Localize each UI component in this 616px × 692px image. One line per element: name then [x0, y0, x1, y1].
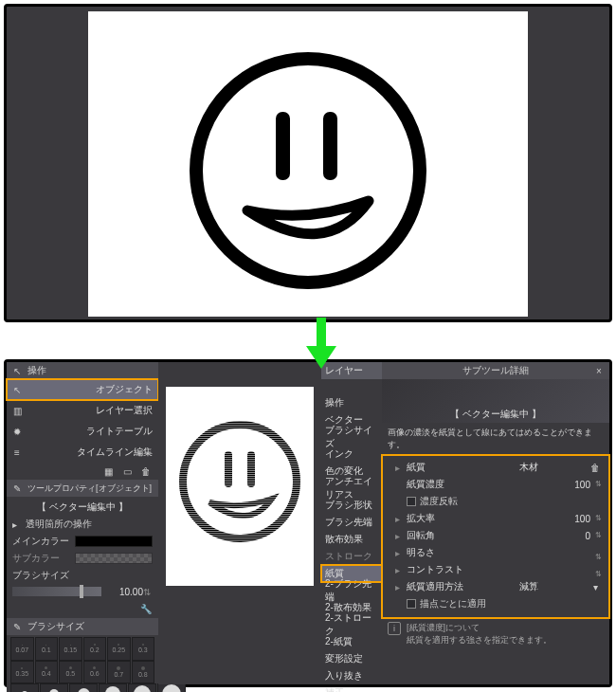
tool-object-label: オブジェクト — [96, 383, 153, 396]
main-color-swatch[interactable] — [75, 536, 153, 547]
brush-size-cell[interactable]: 1 — [10, 683, 39, 692]
subtool-detail-panel: サブツール詳細 × 【 ベクター編集中 】 画像の濃淡を紙質として線にあてはめる… — [382, 362, 609, 684]
tool-property-header[interactable]: ✎ ツールプロパティ[オブジェクト] — [7, 480, 158, 497]
brush-palette-title: ブラシサイズ — [27, 620, 84, 633]
info-icon: i — [388, 622, 401, 635]
brush-size-cell[interactable]: 0.6 — [83, 661, 107, 684]
brush-palette-header[interactable]: ✎ ブラシサイズ — [7, 618, 158, 635]
top-preview-frame — [4, 4, 612, 322]
brush-size-cell[interactable]: 0.3 — [132, 637, 155, 661]
contrast-label: コントラスト — [407, 563, 469, 576]
perpoint-row[interactable]: 描点ごとに適用 — [395, 595, 602, 612]
main-color-label: メインカラー — [12, 535, 71, 548]
tool-layer-select[interactable]: ▥ レイヤー選択 — [7, 400, 158, 421]
brush-size-value: 10.00 — [101, 587, 143, 597]
brush-size-cell[interactable]: 0.07 — [10, 637, 34, 661]
detail-panel-title: サブツール詳細 — [462, 364, 529, 377]
invert-row[interactable]: 濃度反転 — [395, 493, 602, 510]
brightness-row[interactable]: ▸ 明るさ — [395, 544, 602, 561]
close-icon[interactable]: × — [592, 364, 606, 377]
rotation-row[interactable]: ▸ 回転角 0 — [395, 527, 602, 544]
wrench-icon[interactable]: 🔧 — [139, 602, 153, 615]
svg-rect-6 — [225, 451, 232, 487]
detail-panel-header: サブツール詳細 × — [382, 362, 609, 379]
brush-size-cell[interactable]: 0.7 — [107, 661, 131, 684]
brush-size-cell[interactable]: 6 — [157, 683, 186, 692]
brush-size-slider[interactable]: 10.00 ⇅ — [12, 584, 153, 599]
density-value[interactable]: 100 — [473, 480, 602, 490]
brush-size-cell[interactable]: 5 — [128, 683, 156, 692]
trash-icon[interactable]: 🗑 — [139, 464, 153, 478]
trash-icon[interactable]: 🗑 — [589, 461, 602, 474]
density-row[interactable]: 紙質濃度 100 — [395, 476, 602, 493]
category-2-ストローク[interactable]: 2-ストローク — [321, 616, 382, 633]
brush-size-cell[interactable]: 0.1 — [35, 637, 59, 661]
category-散布効果[interactable]: 散布効果 — [321, 531, 382, 548]
brush-size-cell[interactable]: 0.5 — [59, 661, 82, 684]
invert-label: 濃度反転 — [420, 495, 458, 508]
svg-rect-2 — [323, 112, 337, 180]
brush-size-cell[interactable]: 0.2 — [83, 637, 107, 661]
expand-icon: ▸ — [395, 514, 403, 524]
category-変形設定[interactable]: 変形設定 — [321, 650, 382, 667]
contrast-row[interactable]: ▸ コントラスト — [395, 561, 602, 578]
brush-icon: ✎ — [10, 482, 24, 495]
brightness-label: 明るさ — [407, 546, 469, 559]
smiley-drawing — [88, 11, 528, 317]
brush-size-cell[interactable]: 0.25 — [107, 637, 131, 661]
operations-panel-title: 操作 — [27, 364, 46, 377]
category-ストローク[interactable]: ストローク — [321, 548, 382, 565]
category-ブラシ先端[interactable]: ブラシ先端 — [321, 514, 382, 531]
tool-timeline-edit[interactable]: ≡ タイムライン編集 — [7, 442, 158, 463]
brush-size-cell[interactable]: 3 — [69, 683, 98, 692]
svg-point-0 — [196, 59, 420, 282]
add-icon[interactable]: ▦ — [101, 464, 115, 478]
detail-banner-title: 【 ベクター編集中 】 — [450, 408, 541, 421]
category-ブラシサイズ[interactable]: ブラシサイズ — [321, 428, 382, 446]
rotation-label: 回転角 — [407, 529, 469, 542]
operations-panel-header[interactable]: ↖ 操作 — [7, 362, 158, 379]
brush-size-label: ブラシサイズ — [12, 569, 71, 582]
category-2-ブラシ先端[interactable]: 2-ブラシ先端 — [321, 582, 382, 599]
brush-size-cell[interactable]: 2 — [40, 683, 68, 692]
category-操作[interactable]: 操作 — [321, 394, 382, 411]
apply-method-row[interactable]: ▸ 紙質適用方法 減算 ▾ — [395, 578, 602, 595]
expand-icon: ▸ — [395, 582, 403, 592]
brush-icon: ✎ — [10, 620, 24, 633]
category-入り抜き[interactable]: 入り抜き — [321, 667, 382, 684]
texture-row[interactable]: ▸ 紙質 木材 🗑 — [395, 459, 602, 476]
scale-value[interactable]: 100 — [473, 514, 602, 524]
bottom-app-frame: ↖ 操作 ↖ オブジェクト ▥ レイヤー選択 ✹ ライトテーブル ≡ タイムライ… — [4, 359, 612, 687]
chevron-down-icon[interactable]: ▾ — [589, 580, 602, 593]
perpoint-checkbox[interactable] — [407, 599, 416, 609]
tool-object[interactable]: ↖ オブジェクト — [7, 379, 158, 400]
rotation-value[interactable]: 0 — [473, 531, 602, 541]
svg-point-5 — [183, 425, 297, 538]
vector-edit-title: 【 ベクター編集中 】 — [12, 499, 153, 516]
brush-size-cell[interactable]: 0.8 — [132, 661, 155, 684]
sub-color-swatch[interactable] — [75, 553, 153, 564]
scale-label: 拡大率 — [407, 512, 469, 525]
layers-icon: ▥ — [10, 404, 24, 417]
spinner-icon[interactable]: ⇅ — [143, 587, 153, 597]
category-list: 操作ベクターブラシサイズインク色の変化アンチエイリアスブラシ形状ブラシ先端散布効… — [321, 394, 382, 684]
brush-size-cell[interactable]: 0.15 — [59, 637, 82, 661]
info-body: 紙質を適用する強さを指定できます。 — [407, 634, 552, 646]
texture-settings-group: ▸ 紙質 木材 🗑 紙質濃度 100 濃度反転 ▸ 拡大率 100 ▸ — [382, 455, 609, 618]
brush-size-cell[interactable]: 0.4 — [35, 661, 59, 684]
apply-method-label: 紙質適用方法 — [407, 580, 469, 593]
brush-size-cell[interactable]: 0.35 — [10, 661, 34, 684]
brush-size-palette: 0.070.10.150.20.250.3 0.350.40.50.60.70.… — [7, 635, 158, 692]
invert-checkbox[interactable] — [407, 497, 416, 506]
transparent-op-row[interactable]: ▸ 透明箇所の操作 — [12, 516, 153, 533]
scale-row[interactable]: ▸ 拡大率 100 — [395, 510, 602, 527]
cursor-icon: ↖ — [10, 383, 24, 396]
brush-size-cell[interactable]: 4 — [99, 683, 127, 692]
category-補正[interactable]: 補正 — [321, 684, 382, 692]
tool-mini-toolbar: ▦ ▭ 🗑 — [7, 463, 158, 480]
center-canvas[interactable] — [166, 387, 314, 586]
folder-icon[interactable]: ▭ — [120, 464, 134, 478]
category-アンチエイリアス[interactable]: アンチエイリアス — [321, 480, 382, 497]
tool-light-table[interactable]: ✹ ライトテーブル — [7, 421, 158, 442]
apply-method-value[interactable]: 減算 — [473, 580, 585, 593]
